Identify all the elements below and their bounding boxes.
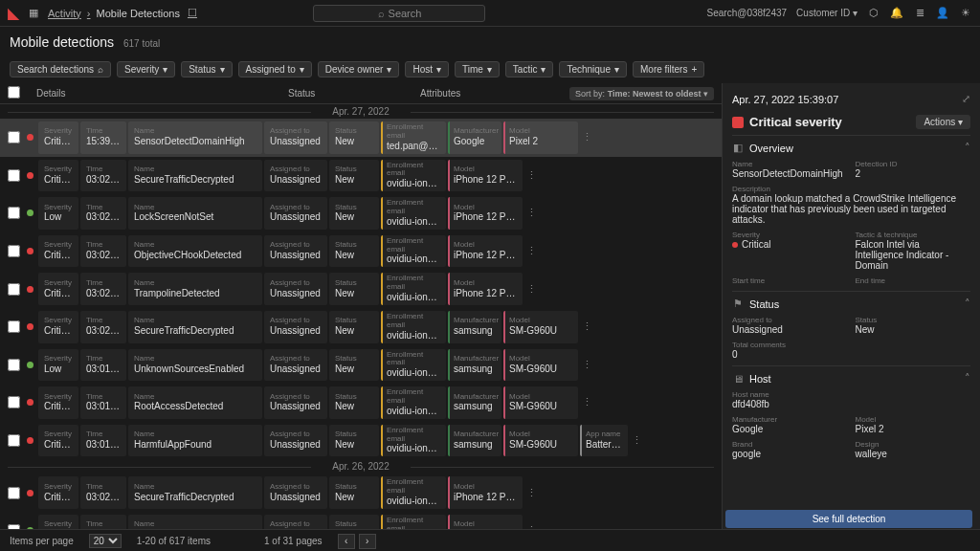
row-checkbox[interactable] bbox=[8, 320, 20, 333]
filter-bar: Search detections⌕ Severity▾Status▾Assig… bbox=[0, 57, 980, 83]
severity-dot bbox=[23, 235, 36, 268]
severity-dot bbox=[23, 425, 36, 457]
col-status[interactable]: Status bbox=[288, 88, 420, 99]
row-checkbox[interactable] bbox=[8, 524, 20, 529]
detection-row[interactable]: SeverityLowTime03:02:41NameLockScreenNot… bbox=[0, 512, 722, 529]
row-menu-icon[interactable]: ⋮ bbox=[580, 311, 593, 343]
items-per-page-select[interactable]: 20 bbox=[89, 534, 122, 548]
row-menu-icon[interactable]: ⋮ bbox=[524, 235, 538, 268]
panel-timestamp: Apr. 27, 2022 15:39:07 bbox=[732, 94, 838, 105]
row-menu-icon[interactable]: ⋮ bbox=[630, 425, 643, 457]
filter-chip[interactable]: Status▾ bbox=[181, 61, 232, 77]
overview-icon: ◧ bbox=[732, 142, 744, 154]
total-count: 617 total bbox=[123, 38, 160, 49]
row-checkbox[interactable] bbox=[8, 283, 20, 296]
row-menu-icon[interactable]: ⋮ bbox=[524, 273, 538, 305]
search-detections-chip[interactable]: Search detections⌕ bbox=[10, 61, 111, 77]
detection-row[interactable]: SeverityLowTime03:01:58NameUnknownSource… bbox=[0, 346, 722, 385]
row-menu-icon[interactable]: ⋮ bbox=[524, 160, 538, 192]
user-search-label: Search@038f2437 bbox=[707, 8, 788, 18]
filter-chip[interactable]: Technique▾ bbox=[559, 61, 627, 77]
table-header: Details Status Attributes Sort by: Time:… bbox=[0, 83, 722, 104]
detection-row[interactable]: SeverityCriticalTime03:01:45NameRootAcce… bbox=[0, 384, 722, 422]
row-checkbox[interactable] bbox=[8, 207, 20, 219]
next-page-button[interactable]: › bbox=[359, 534, 376, 549]
collapse-icon[interactable]: ˄ bbox=[965, 372, 970, 385]
row-menu-icon[interactable]: ⋮ bbox=[524, 476, 538, 509]
expand-icon[interactable]: ⤢ bbox=[962, 93, 970, 105]
page-title: Mobile detections bbox=[10, 34, 114, 50]
select-all-checkbox[interactable] bbox=[8, 86, 20, 99]
date-divider: Apr. 27, 2022 bbox=[0, 104, 722, 119]
customer-id-dropdown[interactable]: Customer ID ▾ bbox=[796, 8, 858, 18]
filter-chip[interactable]: Host▾ bbox=[405, 61, 449, 77]
collapse-icon[interactable]: ˄ bbox=[965, 298, 970, 310]
shield-icon[interactable]: ⬡ bbox=[867, 7, 880, 19]
row-checkbox[interactable] bbox=[8, 359, 20, 371]
filter-chip[interactable]: Time▾ bbox=[455, 61, 500, 77]
range-label: 1-20 of 617 items bbox=[137, 536, 211, 546]
filter-chip[interactable]: Assigned to▾ bbox=[238, 61, 312, 77]
detection-row[interactable]: SeverityCriticalTime03:02:42NameSecureTr… bbox=[0, 474, 722, 512]
bell-icon[interactable]: 🔔 bbox=[890, 7, 903, 19]
global-search[interactable]: ⌕ Search bbox=[313, 5, 485, 22]
row-checkbox[interactable] bbox=[8, 396, 20, 408]
row-menu-icon[interactable]: ⋮ bbox=[580, 349, 593, 382]
filter-chip[interactable]: Severity▾ bbox=[117, 61, 175, 77]
detection-row[interactable]: SeverityCriticalTime03:02:45NameTrampoli… bbox=[0, 270, 722, 308]
filter-chip[interactable]: Tactic▾ bbox=[505, 61, 554, 77]
severity-dot bbox=[23, 349, 36, 382]
row-menu-icon[interactable]: ⋮ bbox=[580, 386, 593, 419]
row-checkbox[interactable] bbox=[8, 169, 20, 182]
filter-chip[interactable]: Device owner▾ bbox=[318, 61, 400, 77]
detection-row[interactable]: SeverityCriticalTime03:02:47NameSecureTr… bbox=[0, 157, 722, 195]
severity-dot bbox=[23, 197, 36, 230]
row-menu-icon[interactable]: ⋮ bbox=[524, 197, 538, 230]
see-full-detection-button[interactable]: See full detection bbox=[725, 510, 972, 528]
detection-row[interactable]: SeverityCriticalTime03:02:45NameObjectiv… bbox=[0, 232, 722, 271]
page-header: Mobile detections 617 total bbox=[0, 27, 980, 57]
severity-dot bbox=[23, 386, 36, 419]
detection-row[interactable]: SeverityLowTime03:02:46NameLockScreenNot… bbox=[0, 194, 722, 232]
date-divider: Apr. 26, 2022 bbox=[0, 459, 722, 474]
detail-panel: Apr. 27, 2022 15:39:07 ⤢ Critical severi… bbox=[722, 83, 980, 529]
severity-square-icon bbox=[732, 117, 744, 128]
breadcrumb: Activity › Mobile Detections ☐ bbox=[48, 7, 199, 19]
detection-row[interactable]: SeverityCriticalTime03:02:01NameSecureTr… bbox=[0, 308, 722, 346]
detection-row[interactable]: SeverityCriticalTime15:39:07NameSensorDe… bbox=[0, 119, 722, 157]
col-attributes[interactable]: Attributes bbox=[420, 88, 569, 99]
row-menu-icon[interactable]: ⋮ bbox=[524, 515, 538, 529]
row-menu-icon[interactable]: ⋮ bbox=[580, 121, 593, 154]
severity-dot bbox=[23, 515, 36, 529]
more-filters-chip[interactable]: More filters+ bbox=[633, 61, 704, 77]
prev-page-button[interactable]: ‹ bbox=[338, 534, 355, 549]
page-label: 1 of 31 pages bbox=[264, 536, 323, 546]
collapse-icon[interactable]: ˄ bbox=[965, 142, 970, 154]
search-icon: ⌕ bbox=[378, 8, 385, 19]
detection-row[interactable]: SeverityCriticalTime03:01:43NameHarmfulA… bbox=[0, 422, 722, 460]
severity-dot bbox=[23, 311, 36, 343]
severity-dot bbox=[23, 476, 36, 509]
breadcrumb-root[interactable]: Activity bbox=[48, 8, 81, 19]
actions-dropdown[interactable]: Actions ▾ bbox=[916, 115, 970, 129]
col-details[interactable]: Details bbox=[25, 88, 288, 99]
severity-dot bbox=[23, 160, 36, 192]
severity-dot bbox=[23, 273, 36, 305]
detections-table: Details Status Attributes Sort by: Time:… bbox=[0, 83, 722, 529]
breadcrumb-page[interactable]: Mobile Detections bbox=[97, 8, 180, 19]
severity-dot bbox=[23, 121, 36, 154]
row-checkbox[interactable] bbox=[8, 131, 20, 143]
logo-icon: ◣ bbox=[8, 4, 19, 22]
row-checkbox[interactable] bbox=[8, 487, 20, 499]
user-icon[interactable]: 👤 bbox=[936, 7, 949, 19]
stack-icon[interactable]: ≣ bbox=[913, 7, 926, 19]
bookmark-icon[interactable]: ☐ bbox=[186, 7, 199, 19]
grid-icon[interactable]: ▦ bbox=[27, 7, 40, 19]
pagination-footer: Items per page 20 1-20 of 617 items 1 of… bbox=[0, 529, 980, 551]
sort-dropdown[interactable]: Sort by: Time: Newest to oldest ▾ bbox=[569, 87, 714, 100]
severity-title: Critical severity bbox=[749, 115, 842, 129]
row-checkbox[interactable] bbox=[8, 245, 20, 257]
top-bar: ◣ ▦ Activity › Mobile Detections ☐ ⌕ Sea… bbox=[0, 0, 980, 27]
row-checkbox[interactable] bbox=[8, 434, 20, 447]
sun-icon[interactable]: ☀ bbox=[959, 7, 972, 19]
